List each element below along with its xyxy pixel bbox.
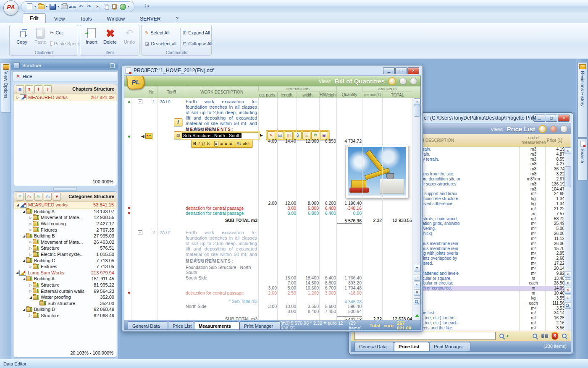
measurement-line[interactable]: 2.0012.008.0006.2001 190.40: [124, 201, 413, 206]
new-document-dropdown-icon[interactable]: ▾: [34, 5, 36, 8]
prev-item-icon[interactable]: ±: [414, 274, 420, 281]
tab-print-manager[interactable]: Print Manager: [239, 321, 281, 330]
tab-general-data[interactable]: General Data: [128, 321, 168, 330]
save-icon[interactable]: [49, 3, 56, 10]
column-total[interactable]: TOTAL: [382, 92, 412, 98]
item-description[interactable]: Earth work excavation for foundation tre…: [186, 99, 257, 132]
tools-icon[interactable]: [410, 78, 417, 85]
tree-item[interactable]: ▷Structure62 068.49: [13, 313, 117, 319]
collapse-all-button[interactable]: ⊟Collapse All: [183, 39, 213, 48]
structure-panel-header[interactable]: Structure: [11, 60, 118, 70]
measurement-line[interactable]: detraction for central passage8.006.8006…: [124, 206, 413, 211]
tree-item[interactable]: ◢Building A151 911.45: [13, 276, 117, 282]
tab-print-manager[interactable]: Print Manager: [429, 342, 470, 351]
measurement-line[interactable]: 4.0014.4012.0006.8504 734.72: [124, 138, 413, 144]
expanded-icon[interactable]: ◢: [29, 295, 33, 299]
pin-icon[interactable]: [110, 63, 115, 68]
panel-splitter[interactable]: [53, 187, 77, 191]
column-width[interactable]: width.: [297, 92, 319, 98]
column-length[interactable]: length.: [277, 92, 297, 98]
s-shield-icon[interactable]: S: [551, 332, 558, 340]
filter-icon[interactable]: ▼: [53, 193, 61, 201]
ribbon-tab-view[interactable]: View: [47, 14, 72, 24]
tree-item[interactable]: ▷External curtain walls69 564.23: [13, 288, 117, 294]
goto-icon[interactable]: ⇱: [414, 282, 420, 288]
sort-icon[interactable]: ⇅: [564, 287, 571, 294]
price-scrollbar[interactable]: ▲ ▼ ± ⇅ ∓: [564, 147, 571, 331]
column-tariff[interactable]: Tariff: [158, 86, 185, 98]
cut-icon[interactable]: ✂: [94, 3, 102, 10]
category-up-icon[interactable]: 🗀: [25, 193, 33, 201]
scroll-down-icon[interactable]: ▼: [414, 265, 420, 271]
tree-item[interactable]: ▷MEASURED works267 821.09: [13, 94, 117, 101]
maximize-button[interactable]: ▢: [395, 67, 407, 74]
measurement-line[interactable]: detraction for central passage8.006.8006…: [124, 211, 413, 216]
expanded-icon[interactable]: ◢: [22, 234, 26, 238]
close-button[interactable]: ✕: [407, 67, 419, 74]
print-icon[interactable]: [60, 3, 68, 10]
column-h-weight[interactable]: H/Weight: [319, 92, 336, 98]
revisions-history-tab[interactable]: Revisions History: [578, 62, 588, 138]
send-icon[interactable]: [119, 3, 127, 10]
next-item-icon[interactable]: ∓: [414, 289, 420, 296]
view-options-tab[interactable]: View Options: [1, 62, 11, 112]
ribbon-tab-edit[interactable]: Edit: [23, 13, 46, 24]
collapsed-icon[interactable]: ▷: [29, 240, 33, 244]
ribbon-tab-window[interactable]: Window: [100, 14, 132, 24]
column-per-unit[interactable]: per unit [1]: [362, 92, 382, 98]
expanded-icon[interactable]: ◢: [22, 308, 26, 311]
scroll-thumb[interactable]: [414, 105, 420, 117]
tab-measurements[interactable]: Measurements: [194, 321, 239, 330]
tree-item[interactable]: ◢MEASURED works53 841.15: [13, 201, 117, 209]
minimize-button[interactable]: ▁: [383, 67, 395, 74]
delete-button[interactable]: ✖ Delete: [100, 27, 121, 44]
copy-button[interactable]: Copy: [11, 27, 32, 44]
vocabulary-icon[interactable]: ◫: [285, 131, 293, 139]
expanded-icon[interactable]: ◢: [16, 203, 20, 207]
save-dropdown-icon[interactable]: ▾: [58, 5, 59, 8]
page-down-icon[interactable]: ∓: [564, 295, 571, 301]
ribbon-tab-[interactable]: ?: [169, 14, 185, 24]
boq-table-body[interactable]: i MEASUREMENTS: ▤ ◀ Sub-Structure - Nort…: [124, 98, 413, 320]
expanded-icon[interactable]: ◢: [15, 271, 19, 274]
tree-item[interactable]: ▷Structure81 995.22: [13, 282, 117, 288]
undo-button[interactable]: ↶ Undo: [119, 27, 140, 44]
tree-view-icon[interactable]: ≣: [16, 193, 24, 201]
boq-scrollbar[interactable]: ▲ ▼ ± ⇱ ∓: [413, 98, 420, 320]
measurement-line[interactable]: North Side3.0010.003.5505.600596.40: [124, 304, 413, 309]
collapsed-icon[interactable]: ▷: [29, 246, 33, 250]
search-tab[interactable]: Search: [578, 138, 588, 180]
tree-item[interactable]: ◢Building A18 133.07: [13, 209, 117, 215]
binoculars-icon[interactable]: [541, 334, 548, 338]
paste-icon[interactable]: [111, 3, 118, 10]
column-unit-line2[interactable]: measuremen: [521, 140, 547, 145]
search-edit-icon[interactable]: [532, 333, 538, 339]
maximize-button[interactable]: ▢: [546, 115, 557, 122]
send-dropdown-icon[interactable]: ▾: [128, 5, 130, 8]
tree-item[interactable]: Sub-structure352.00: [13, 300, 117, 307]
tree-item[interactable]: ◢Building B62 068.49: [13, 306, 117, 313]
tree-item[interactable]: ◢Lump Sum Works213 979.94: [13, 270, 117, 276]
column-quantity[interactable]: Quantity: [336, 86, 362, 98]
collapsed-icon[interactable]: ▷: [29, 253, 33, 256]
ribbon-tab-server[interactable]: SERVER: [133, 14, 167, 24]
tab-price-list[interactable]: Price List: [394, 342, 429, 351]
category-down-icon[interactable]: 🗀: [44, 193, 52, 201]
zoom-tool-icon[interactable]: [564, 302, 571, 309]
search-go-icon[interactable]: [499, 333, 505, 339]
open-folder-dropdown-icon[interactable]: ▾: [46, 5, 48, 8]
copy-icon[interactable]: [102, 3, 110, 10]
info-icon[interactable]: i: [174, 118, 182, 126]
paste-measure-icon[interactable]: ⎘: [302, 131, 310, 139]
new-document-icon[interactable]: [26, 3, 33, 10]
measurement-line[interactable]: 7.0014.5008.800893.20: [124, 280, 413, 285]
save-view-icon[interactable]: [399, 78, 407, 85]
tree-item[interactable]: ▷Electric Plant syste...1 015.50: [13, 251, 117, 258]
column-nr[interactable]: Nr: [145, 86, 158, 98]
tree-item[interactable]: ▷Wall coating2 427.17: [13, 221, 117, 227]
item-description[interactable]: Earth work excavation for foundation tre…: [186, 230, 257, 263]
column-price[interactable]: Price [1]: [547, 138, 562, 143]
expanded-icon[interactable]: ◢: [22, 258, 26, 262]
collapsed-icon[interactable]: ▷: [29, 228, 33, 232]
deselect-all-button[interactable]: ◪De-select all: [145, 39, 176, 48]
